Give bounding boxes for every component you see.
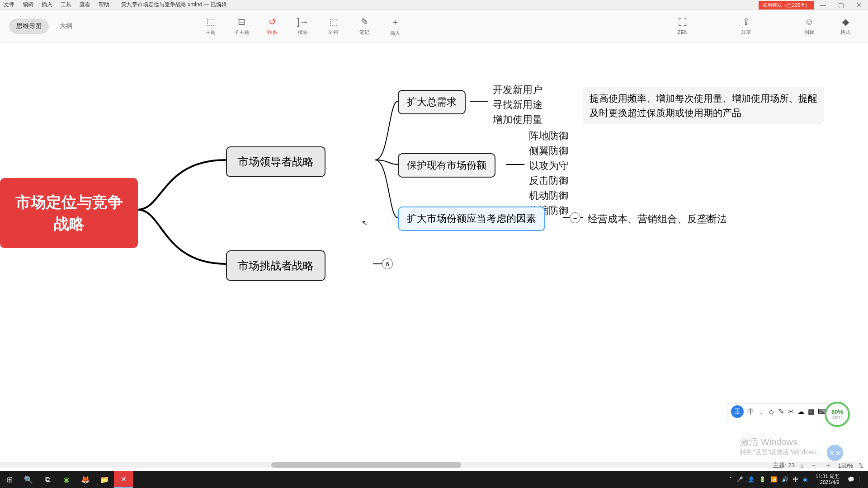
tool-subtopic[interactable]: ⊟子主题 bbox=[228, 13, 255, 40]
ime-toolbar[interactable]: 王 中 ， ☺ ✎ ✂ ☁ ▦ ⌨ bbox=[727, 403, 832, 420]
taskbar-clock[interactable]: 11:31 周五 2021/4/9 bbox=[812, 474, 843, 485]
trial-mode-badge: 试用模式（已205天） bbox=[759, 1, 814, 9]
tab-outline[interactable]: 大纲 bbox=[52, 19, 80, 34]
task-view-button[interactable]: ⧉ bbox=[38, 471, 57, 488]
ime-item[interactable]: ✎ bbox=[778, 408, 784, 416]
note-icon: ✎ bbox=[361, 16, 368, 27]
timer-badge[interactable]: 00:38 bbox=[827, 445, 843, 461]
taskbar-app-explorer[interactable]: 📁 bbox=[95, 471, 114, 488]
share-icon: ⇪ bbox=[742, 16, 750, 27]
tab-mindmap[interactable]: 思维导图 bbox=[9, 19, 49, 34]
status-bar: 主题: 23 ⌂ − + 150% ⇅ bbox=[773, 460, 863, 471]
menu-bar: 文件 编辑 插入 工具 查看 帮助 第九章市场定位与竞争战略.xmind — 已… bbox=[0, 0, 868, 10]
minimize-button[interactable]: — bbox=[814, 0, 832, 10]
toolbar: 思维导图 大纲 ⬚主题 ⊟子主题 ↺联系 ]→概要 ⬚外框 ✎笔记 ＋插入 ⛶Z… bbox=[0, 10, 868, 42]
menu-tools[interactable]: 工具 bbox=[61, 1, 71, 9]
menu-edit[interactable]: 编辑 bbox=[23, 1, 33, 9]
node-market-challenger[interactable]: 市场挑战者战略 bbox=[226, 250, 326, 281]
horizontal-scrollbar[interactable] bbox=[0, 462, 861, 468]
tool-share[interactable]: ⇪分享 bbox=[732, 13, 760, 40]
zoom-stepper-icon[interactable]: ⇅ bbox=[859, 462, 863, 469]
ime-item[interactable]: ☺ bbox=[768, 408, 775, 416]
tray-ime-indicator[interactable]: 中 bbox=[793, 476, 798, 483]
tool-insert[interactable]: ＋插入 bbox=[382, 13, 409, 40]
tool-zen[interactable]: ⛶ZEN bbox=[669, 13, 696, 40]
leaf-demand-detail[interactable]: 提高使用频率、增加每次使用量、增加使用场所、提醒及时更换超过保质期或使用期的产品 bbox=[583, 87, 824, 124]
tool-boundary[interactable]: ⬚外框 bbox=[320, 13, 347, 40]
ime-item[interactable]: ▦ bbox=[808, 408, 814, 416]
map-icon[interactable]: ⌂ bbox=[800, 462, 804, 469]
menu-file[interactable]: 文件 bbox=[4, 1, 14, 9]
menu-insert[interactable]: 插入 bbox=[42, 1, 52, 9]
menu-view[interactable]: 查看 bbox=[80, 1, 90, 9]
topic-icon: ⬚ bbox=[207, 16, 215, 27]
tool-summary[interactable]: ]→概要 bbox=[289, 13, 316, 40]
topic-count-label: 主题: 23 bbox=[773, 461, 795, 469]
tool-relation[interactable]: ↺联系 bbox=[259, 13, 286, 40]
emoji-icon: ☺ bbox=[805, 17, 814, 27]
leaf-defense-items[interactable]: 阵地防御 侧翼防御 以攻为守 反击防御 机动防御 收缩防御 bbox=[529, 128, 569, 218]
tray-app-icon[interactable]: 👤 bbox=[748, 476, 755, 483]
windows-taskbar: ⊞ 🔍 ⧉ ◉ 🦊 📁 ✕ ˄ 🎤 👤 🔋 📶 🔊 中 ◉ 11:31 周五 2… bbox=[0, 471, 868, 488]
document-name: 第九章市场定位与竞争战略.xmind — 已编辑 bbox=[121, 1, 227, 9]
summary-icon: ]→ bbox=[297, 17, 309, 27]
close-button[interactable]: ✕ bbox=[850, 0, 868, 10]
tool-format[interactable]: ◆格式 bbox=[832, 13, 859, 40]
maximize-button[interactable]: ▢ bbox=[832, 0, 850, 10]
performance-badge[interactable]: 80% 46°C bbox=[825, 402, 850, 427]
taskbar-app-firefox[interactable]: 🦊 bbox=[76, 471, 95, 488]
tray-mic-icon[interactable]: 🎤 bbox=[736, 476, 743, 483]
node-expand-share-factors[interactable]: 扩大市场份额应当考虑的因素 bbox=[398, 206, 545, 231]
tray-battery-icon[interactable]: 🔋 bbox=[759, 476, 766, 483]
menu-help[interactable]: 帮助 bbox=[99, 1, 109, 9]
subtopic-icon: ⊟ bbox=[238, 16, 245, 27]
ime-item[interactable]: ， bbox=[758, 408, 764, 416]
ime-item[interactable]: 中 bbox=[747, 408, 754, 416]
tool-topic[interactable]: ⬚主题 bbox=[197, 13, 224, 40]
tray-chevron-icon[interactable]: ˄ bbox=[729, 476, 732, 483]
node-protect-share[interactable]: 保护现有市场份额 bbox=[398, 153, 495, 178]
search-button[interactable]: 🔍 bbox=[19, 471, 38, 488]
tool-icon[interactable]: ☺图标 bbox=[796, 13, 823, 40]
format-icon: ◆ bbox=[842, 16, 849, 27]
cursor-icon: ↖ bbox=[362, 219, 368, 227]
ime-logo-icon[interactable]: 王 bbox=[731, 405, 744, 418]
window-controls: — ▢ ✕ bbox=[814, 0, 868, 10]
start-button[interactable]: ⊞ bbox=[0, 471, 19, 488]
insert-icon: ＋ bbox=[391, 16, 400, 28]
show-desktop-button[interactable] bbox=[859, 476, 864, 483]
ime-item[interactable]: ☁ bbox=[797, 408, 804, 416]
taskbar-app-xmind[interactable]: ✕ bbox=[114, 471, 133, 488]
node-expand-demand[interactable]: 扩大总需求 bbox=[398, 90, 466, 114]
tool-note[interactable]: ✎笔记 bbox=[351, 13, 378, 40]
taskbar-app-browser[interactable]: ◉ bbox=[57, 471, 76, 488]
ime-item[interactable]: ✂ bbox=[788, 408, 794, 416]
leaf-demand-items[interactable]: 开发新用户 寻找新用途 增加使用量 bbox=[493, 82, 542, 127]
zoom-out-button[interactable]: − bbox=[809, 461, 818, 469]
node-market-leader[interactable]: 市场领导者战略 bbox=[226, 146, 326, 177]
node-root[interactable]: 市场定位与竞争战略 bbox=[0, 178, 138, 248]
scrollbar-thumb[interactable] bbox=[271, 462, 461, 468]
zoom-level[interactable]: 150% bbox=[838, 462, 853, 469]
tray-volume-icon[interactable]: 🔊 bbox=[782, 476, 788, 483]
relation-icon: ↺ bbox=[269, 16, 276, 27]
tray-ime-circle-icon[interactable]: ◉ bbox=[803, 476, 807, 483]
mindmap-canvas[interactable]: 市场定位与竞争战略 市场领导者战略 市场挑战者战略 6 扩大总需求 开发新用户 … bbox=[0, 42, 868, 461]
boundary-icon: ⬚ bbox=[330, 16, 338, 27]
leaf-factors-detail[interactable]: 经营成本、营销组合、反垄断法 bbox=[588, 212, 727, 226]
expand-toggle[interactable]: – bbox=[570, 212, 580, 223]
windows-activation-watermark: 激活 Windows 转到"设置"以激活 Windows。 bbox=[740, 436, 823, 456]
collapsed-count-badge[interactable]: 6 bbox=[382, 258, 393, 269]
tray-wifi-icon[interactable]: 📶 bbox=[770, 476, 777, 483]
system-tray: ˄ 🎤 👤 🔋 📶 🔊 中 ◉ 11:31 周五 2021/4/9 💬 bbox=[729, 474, 868, 485]
zoom-in-button[interactable]: + bbox=[824, 461, 833, 469]
zen-icon: ⛶ bbox=[678, 17, 687, 28]
action-center-icon[interactable]: 💬 bbox=[848, 476, 854, 483]
